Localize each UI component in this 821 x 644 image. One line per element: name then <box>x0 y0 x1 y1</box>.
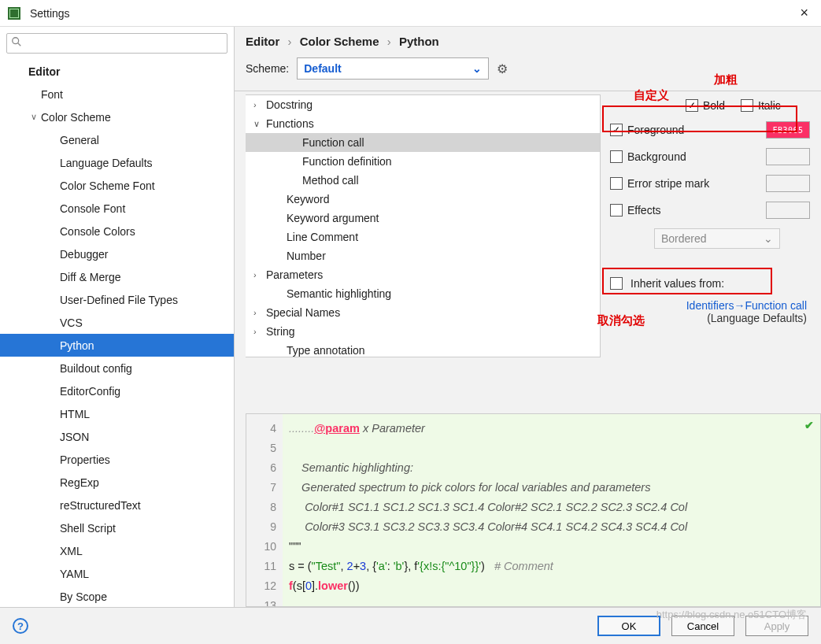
background-checkbox[interactable] <box>610 150 623 163</box>
sidebar-item-yaml[interactable]: YAML <box>0 562 234 585</box>
syntax-item-number[interactable]: Number <box>246 246 600 265</box>
sidebar-item-xml[interactable]: XML <box>0 539 234 562</box>
background-label: Background <box>627 150 686 163</box>
italic-checkbox[interactable] <box>741 99 753 112</box>
tree-item-label: JSON <box>60 431 89 443</box>
background-swatch[interactable] <box>766 148 810 165</box>
tree-item-label: By Scope <box>60 590 107 603</box>
breadcrumb-0[interactable]: Editor <box>246 35 279 48</box>
effects-swatch[interactable] <box>766 202 810 219</box>
tree-item-label: HTML <box>60 408 90 420</box>
syntax-item-label: Functions <box>266 117 314 130</box>
tree-item-label: RegExp <box>60 476 99 489</box>
tree-item-label: Properties <box>60 453 110 466</box>
tree-item-label: Language Defaults <box>60 157 153 169</box>
search-input[interactable] <box>6 33 227 54</box>
sidebar-item-html[interactable]: HTML <box>0 402 234 425</box>
apply-button[interactable]: Apply <box>745 616 808 636</box>
inherit-checkbox[interactable] <box>610 277 623 290</box>
syntax-item-label: String <box>266 325 295 338</box>
syntax-item-method-call[interactable]: Method call <box>246 171 600 190</box>
sidebar-item-restructuredtext[interactable]: reStructuredText <box>0 494 234 516</box>
cancel-button[interactable]: Cancel <box>671 616 734 636</box>
window-title: Settings <box>30 7 70 20</box>
properties-panel: 自定义 加粗 取消勾选 Bold Italic Foreground FB306… <box>601 91 821 409</box>
tree-item-label: Font <box>41 88 63 101</box>
syntax-item-functions[interactable]: ∨Functions <box>246 114 600 133</box>
sidebar-item-diff-merge[interactable]: Diff & Merge <box>0 265 234 288</box>
syntax-item-function-definition[interactable]: Function definition <box>246 152 600 171</box>
syntax-item-semantic-highlighting[interactable]: Semantic highlighting <box>246 284 600 303</box>
syntax-item-special-names[interactable]: ›Special Names <box>246 303 600 322</box>
syntax-item-function-call[interactable]: Function call <box>246 133 600 152</box>
syntax-item-label: Parameters <box>266 268 323 281</box>
sidebar-item-regexp[interactable]: RegExp <box>0 471 234 494</box>
sidebar-item-shell-script[interactable]: Shell Script <box>0 516 234 539</box>
ok-button[interactable]: OK <box>597 616 660 636</box>
check-icon[interactable]: ✔ <box>804 419 814 431</box>
inherit-source: (Language Defaults) <box>707 312 807 324</box>
error-stripe-label: Error stripe mark <box>627 177 709 190</box>
effects-dropdown[interactable]: Bordered ⌄ <box>654 228 780 249</box>
chevron-icon: ∨ <box>253 119 266 129</box>
chevron-icon: › <box>253 100 266 109</box>
syntax-item-keyword-argument[interactable]: Keyword argument <box>246 209 600 228</box>
syntax-item-parameters[interactable]: ›Parameters <box>246 265 600 284</box>
tree-item-label: VCS <box>60 316 83 329</box>
inherit-link[interactable]: Identifiers→Function call <box>686 299 807 312</box>
breadcrumb-2: Python <box>399 35 439 48</box>
sidebar: EditorFont∨Color SchemeGeneralLanguage D… <box>0 27 235 607</box>
chevron-icon: › <box>253 327 266 336</box>
sidebar-item-editorconfig[interactable]: EditorConfig <box>0 379 234 402</box>
settings-tree: EditorFont∨Color SchemeGeneralLanguage D… <box>0 60 234 607</box>
sidebar-item-user-defined-file-types[interactable]: User-Defined File Types <box>0 288 234 311</box>
breadcrumb: Editor › Color Scheme › Python <box>235 27 821 51</box>
tree-item-label: Color Scheme <box>41 111 111 124</box>
code-preview: ✔ 45678910111213 ........@param x Parame… <box>246 413 821 607</box>
syntax-item-keyword[interactable]: Keyword <box>246 190 600 209</box>
gear-icon[interactable]: ⚙ <box>497 61 508 76</box>
syntax-item-docstring[interactable]: ›Docstring <box>246 95 600 114</box>
effects-checkbox[interactable] <box>610 204 623 217</box>
sidebar-item-properties[interactable]: Properties <box>0 448 234 471</box>
syntax-item-label: Keyword <box>287 193 329 205</box>
sidebar-item-console-font[interactable]: Console Font <box>0 197 234 220</box>
sidebar-item-general[interactable]: General <box>0 128 234 151</box>
bold-checkbox[interactable] <box>686 99 698 112</box>
foreground-swatch[interactable]: FB3065 <box>766 121 810 139</box>
italic-label: Italic <box>758 99 781 112</box>
help-icon[interactable]: ? <box>13 618 28 634</box>
sidebar-item-buildout-config[interactable]: Buildout config <box>0 357 234 379</box>
footer: ? OK Cancel Apply <box>0 607 821 644</box>
breadcrumb-1[interactable]: Color Scheme <box>300 35 379 48</box>
sidebar-item-font[interactable]: Font <box>0 83 234 105</box>
foreground-checkbox[interactable] <box>610 124 623 136</box>
effects-label: Effects <box>627 204 661 217</box>
sidebar-item-language-defaults[interactable]: Language Defaults <box>0 151 234 174</box>
syntax-item-label: Keyword argument <box>287 212 379 224</box>
error-stripe-checkbox[interactable] <box>610 177 623 190</box>
sidebar-item-editor[interactable]: Editor <box>0 60 234 83</box>
tree-item-label: Shell Script <box>60 522 116 535</box>
syntax-item-string[interactable]: ›String <box>246 322 600 341</box>
effects-dd-value: Bordered <box>661 232 707 245</box>
syntax-item-line-comment[interactable]: Line Comment <box>246 228 600 246</box>
sidebar-item-color-scheme[interactable]: ∨Color Scheme <box>0 105 234 128</box>
annotation-zidingyi: 自定义 <box>634 88 669 103</box>
tree-item-label: EditorConfig <box>60 385 120 398</box>
error-stripe-swatch[interactable] <box>766 175 810 192</box>
tree-item-label: Console Font <box>60 202 125 215</box>
sidebar-item-console-colors[interactable]: Console Colors <box>0 220 234 242</box>
scheme-select[interactable]: Default ⌄ <box>297 57 489 80</box>
sidebar-item-vcs[interactable]: VCS <box>0 311 234 334</box>
sidebar-item-color-scheme-font[interactable]: Color Scheme Font <box>0 174 234 197</box>
syntax-item-type-annotation[interactable]: Type annotation <box>246 341 600 357</box>
sidebar-item-debugger[interactable]: Debugger <box>0 242 234 265</box>
search-icon <box>11 36 22 47</box>
syntax-elements-list: ›Docstring∨FunctionsFunction callFunctio… <box>246 94 601 357</box>
close-icon[interactable]: × <box>795 5 813 21</box>
chevron-icon: › <box>253 308 266 317</box>
sidebar-item-json[interactable]: JSON <box>0 425 234 448</box>
sidebar-item-python[interactable]: Python <box>0 334 234 357</box>
sidebar-item-by-scope[interactable]: By Scope <box>0 585 234 607</box>
